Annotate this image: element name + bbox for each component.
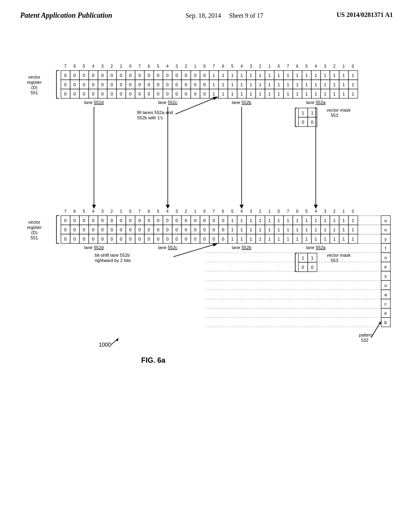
bot-lane-c-label: lane 552c bbox=[158, 245, 177, 250]
svg-text:1: 1 bbox=[259, 82, 261, 87]
svg-text:0: 0 bbox=[101, 91, 104, 96]
svg-text:3: 3 bbox=[324, 209, 326, 214]
svg-text:0: 0 bbox=[92, 227, 94, 232]
svg-text:1: 1 bbox=[231, 82, 234, 87]
svg-text:0: 0 bbox=[157, 237, 159, 241]
svg-text:0: 0 bbox=[92, 82, 94, 87]
svg-text:0: 0 bbox=[120, 227, 122, 232]
pattern-label: pattern bbox=[359, 332, 373, 337]
bot-register-brace bbox=[56, 216, 59, 243]
top-mask-val-2: 0 bbox=[302, 120, 304, 125]
svg-text:1: 1 bbox=[342, 82, 345, 87]
svg-text:0: 0 bbox=[129, 209, 131, 214]
svg-text:7: 7 bbox=[138, 64, 141, 69]
svg-text:0: 0 bbox=[213, 227, 215, 232]
svg-text:0: 0 bbox=[185, 227, 187, 232]
svg-text:0: 0 bbox=[83, 227, 85, 232]
svg-text:1: 1 bbox=[250, 237, 252, 241]
svg-text:y: y bbox=[384, 237, 387, 241]
svg-text:1: 1 bbox=[231, 91, 234, 96]
svg-text:0: 0 bbox=[166, 227, 169, 232]
svg-text:6: 6 bbox=[148, 209, 150, 214]
svg-text:0: 0 bbox=[64, 237, 67, 241]
bot-register-label3: (D) bbox=[31, 230, 37, 235]
svg-text:0: 0 bbox=[194, 82, 196, 87]
svg-text:0: 0 bbox=[213, 218, 215, 223]
svg-text:0: 0 bbox=[194, 73, 196, 78]
svg-text:0: 0 bbox=[120, 73, 122, 78]
bot-register-label4: 551 bbox=[31, 235, 38, 240]
svg-text:3: 3 bbox=[101, 64, 104, 69]
svg-text:0: 0 bbox=[129, 82, 131, 87]
svg-text:u: u bbox=[384, 218, 387, 223]
svg-text:a: a bbox=[384, 292, 387, 297]
svg-text:0: 0 bbox=[111, 237, 113, 241]
bot-col-headers: 7654 3210 7654 3210 7654 3210 7654 3210 bbox=[64, 209, 354, 214]
svg-text:6: 6 bbox=[222, 64, 224, 69]
svg-text:o: o bbox=[384, 227, 387, 232]
svg-text:0: 0 bbox=[64, 82, 67, 87]
svg-text:0: 0 bbox=[111, 73, 113, 78]
svg-text:0: 0 bbox=[166, 73, 169, 78]
svg-text:2: 2 bbox=[259, 64, 261, 69]
svg-text:0: 0 bbox=[203, 227, 206, 232]
bot-mask-val-3: 1 bbox=[311, 256, 313, 260]
svg-text:0: 0 bbox=[138, 82, 141, 87]
svg-text:0: 0 bbox=[185, 218, 187, 223]
pattern-column: u o y f o e s u a c e b bbox=[381, 216, 390, 327]
svg-text:0: 0 bbox=[277, 209, 280, 214]
svg-text:1: 1 bbox=[287, 82, 289, 87]
pattern-label2: 532 bbox=[361, 338, 368, 343]
svg-text:e: e bbox=[384, 264, 387, 269]
svg-text:0: 0 bbox=[148, 91, 150, 96]
top-mask-val-4: 0 bbox=[311, 120, 313, 125]
svg-text:7: 7 bbox=[64, 209, 67, 214]
svg-text:0: 0 bbox=[222, 237, 224, 241]
top-mask-val-1: 1 bbox=[302, 110, 304, 115]
svg-text:7: 7 bbox=[213, 64, 215, 69]
arrow-lane-a-head bbox=[314, 205, 318, 209]
svg-text:0: 0 bbox=[185, 91, 187, 96]
svg-text:1: 1 bbox=[296, 91, 298, 96]
svg-text:0: 0 bbox=[194, 91, 196, 96]
header-date-sheet: Sep. 18, 2014 Sheet 9 of 17 bbox=[186, 11, 263, 20]
top-mask-label2: 553 bbox=[331, 113, 338, 118]
svg-text:0: 0 bbox=[166, 237, 169, 241]
svg-text:o: o bbox=[384, 255, 387, 260]
svg-text:3: 3 bbox=[101, 209, 104, 214]
svg-text:1: 1 bbox=[352, 227, 354, 232]
arrow-lane-c-head bbox=[166, 205, 170, 209]
arrow-lane-b-head bbox=[240, 205, 244, 209]
svg-text:0: 0 bbox=[157, 73, 159, 78]
svg-text:0: 0 bbox=[138, 237, 141, 241]
bot-register-label: vector bbox=[28, 220, 40, 224]
svg-text:0: 0 bbox=[148, 82, 150, 87]
bot-mask-label: vector mask bbox=[327, 253, 351, 258]
svg-text:1: 1 bbox=[324, 82, 326, 87]
svg-text:0: 0 bbox=[175, 237, 178, 241]
svg-text:1: 1 bbox=[268, 91, 271, 96]
svg-text:0: 0 bbox=[64, 73, 67, 78]
svg-text:0: 0 bbox=[185, 73, 187, 78]
ref-arrow-head bbox=[116, 338, 119, 341]
svg-text:4: 4 bbox=[315, 209, 317, 214]
svg-text:1: 1 bbox=[222, 73, 224, 78]
svg-text:0: 0 bbox=[175, 82, 178, 87]
svg-text:1: 1 bbox=[277, 237, 280, 241]
svg-text:e: e bbox=[384, 311, 387, 316]
svg-text:1: 1 bbox=[222, 82, 224, 87]
top-mask-brace bbox=[295, 108, 298, 127]
top-mask-label: vector mask bbox=[327, 108, 351, 112]
svg-text:7: 7 bbox=[287, 209, 289, 214]
svg-text:0: 0 bbox=[120, 218, 122, 223]
svg-text:1: 1 bbox=[342, 64, 345, 69]
svg-text:1: 1 bbox=[315, 227, 317, 232]
svg-text:1: 1 bbox=[342, 218, 345, 223]
svg-text:1: 1 bbox=[231, 237, 234, 241]
svg-text:0: 0 bbox=[166, 91, 169, 96]
svg-text:2: 2 bbox=[333, 64, 336, 69]
fig-label: FIG. 6a bbox=[141, 356, 166, 364]
svg-text:3: 3 bbox=[250, 64, 252, 69]
svg-text:1: 1 bbox=[324, 227, 326, 232]
svg-text:0: 0 bbox=[111, 227, 113, 232]
